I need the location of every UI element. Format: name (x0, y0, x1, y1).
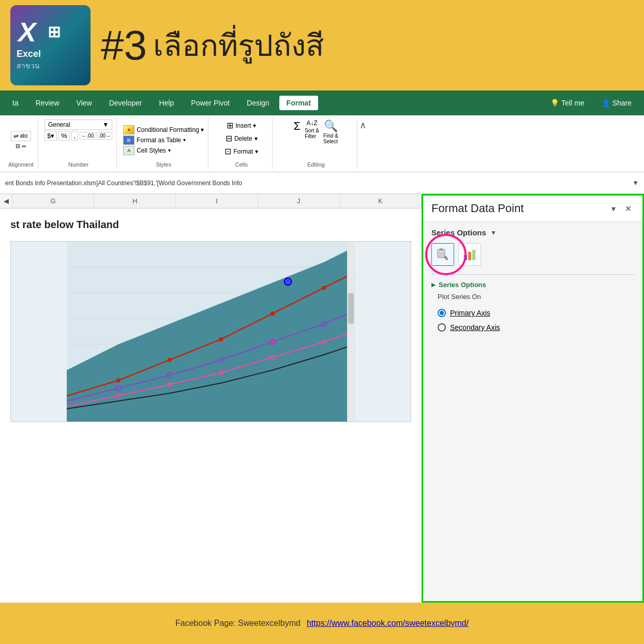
spreadsheet-content: st rate below Thailand (0, 208, 422, 603)
sum-btn[interactable]: Σ (294, 119, 301, 133)
increase-decimal-btn[interactable]: .00→ (97, 132, 112, 140)
format-panel-title: Format Data Point (431, 202, 524, 215)
chart-title: st rate below Thailand (10, 219, 411, 231)
primary-axis-option[interactable]: Primary Axis (431, 306, 634, 320)
chart-container[interactable]: st rate below Thailand (0, 208, 422, 603)
series-options-header-label: Series Options (431, 228, 486, 237)
top-banner: X ⊞ Excel สาขวน #3 เลือกที่รูปถังสี (0, 0, 644, 91)
magnify-icon: 🔍 (324, 119, 338, 133)
sort-filter-btn[interactable]: A↓Z Sort &Filter (305, 119, 319, 139)
format-panel: Format Data Point ▾ ✕ Series Options ▼ (422, 194, 644, 603)
alignment-label: Alignment (8, 161, 34, 168)
secondary-axis-option[interactable]: Secondary Axis (431, 320, 634, 335)
svg-point-17 (322, 286, 326, 290)
ribbon-tab-format[interactable]: Format (279, 96, 318, 110)
ribbon-tab-design[interactable]: Design (239, 96, 277, 110)
ribbon-tab-help[interactable]: Help (152, 96, 182, 110)
panel-close-btn[interactable]: ✕ (622, 203, 634, 215)
col-header-i: I (176, 194, 258, 208)
svg-text:⊞: ⊞ (48, 23, 61, 40)
svg-rect-36 (468, 252, 471, 260)
footer: Facebook Page: Sweetexcelbymd https://ww… (0, 603, 644, 644)
svg-rect-29 (347, 242, 355, 422)
primary-axis-radio-dot (440, 311, 444, 315)
find-select-btn[interactable]: 🔍 Find &Select (323, 119, 338, 144)
panel-dropdown-btn[interactable]: ▾ (609, 203, 618, 215)
number-format-row: $▾ % , ←.00 .00→ (44, 131, 112, 141)
lightbulb-icon: 💡 (550, 99, 559, 107)
merge-icon: ⊟ (16, 143, 20, 149)
svg-text:Excel: Excel (17, 49, 41, 59)
wrap-icon: ⇌ (13, 132, 19, 140)
excel-logo: X ⊞ Excel สาขวน (10, 5, 91, 85)
primary-axis-radio[interactable] (438, 309, 446, 317)
ribbon-tab-developer[interactable]: Developer (102, 96, 149, 110)
conditional-format-icon: ≡ (123, 125, 134, 134)
scroll-left-btn[interactable]: ◀ (0, 194, 12, 208)
format-btn[interactable]: ⊡ Format ▾ (222, 145, 260, 157)
conditional-format-label: Conditional Formatting ▾ (137, 126, 204, 133)
cells-group-label: Cells (235, 161, 247, 168)
cell-styles-btn[interactable]: A Cell Styles ▾ (123, 146, 204, 155)
ribbon-tab-tellme[interactable]: 💡 Tell me (543, 96, 591, 110)
main-area: ◀ G H I J K st rate below Thailand (0, 194, 644, 603)
number-group-label: Number (68, 161, 88, 168)
sigma-icon: Σ (294, 119, 301, 133)
ribbon-tabs: ta Review View Developer Help Power Pivo… (0, 91, 644, 115)
step-number: #3 (101, 22, 147, 69)
ribbon-tab-share[interactable]: 👤 Share (594, 96, 639, 110)
chart-visual[interactable] (10, 241, 411, 422)
spreadsheet-area: ◀ G H I J K st rate below Thailand (0, 194, 422, 603)
svg-marker-32 (438, 253, 445, 258)
dollar-btn[interactable]: $▾ (44, 131, 57, 141)
icon-tabs (431, 243, 634, 266)
editing-group: Σ A↓Z Sort &Filter 🔍 Find &Select Editin… (275, 117, 357, 170)
ribbon-tab-review[interactable]: Review (28, 96, 67, 110)
decrease-decimal-btn[interactable]: ←.00 (80, 132, 95, 140)
cell-styles-icon: A (123, 146, 134, 155)
svg-point-28 (284, 278, 292, 286)
styles-items: ≡ Conditional Formatting ▾ ⊞ Format as T… (123, 125, 204, 155)
ribbon-collapse-btn[interactable]: ∧ (360, 117, 366, 170)
delete-icon: ⊟ (226, 133, 232, 143)
secondary-axis-radio[interactable] (438, 323, 446, 332)
svg-rect-35 (464, 255, 467, 260)
ribbon-tab-view[interactable]: View (69, 96, 99, 110)
col-header-g: G (12, 194, 94, 208)
svg-point-15 (219, 337, 223, 341)
formula-bar-dropdown[interactable]: ▼ (632, 179, 639, 187)
az-icon: A↓Z (306, 119, 317, 127)
number-format-value: General (48, 121, 70, 128)
format-panel-body: Series Options ▼ (423, 222, 642, 601)
comma-btn[interactable]: , (71, 131, 79, 141)
col-header-j: J (258, 194, 340, 208)
svg-text:สาขวน: สาขวน (17, 62, 40, 70)
styles-group-label: Styles (156, 161, 171, 168)
delete-btn[interactable]: ⊟ Delete ▾ (223, 132, 260, 144)
series-options-dropdown[interactable]: Series Options ▼ (431, 228, 634, 237)
ribbon-tab-powerpivot[interactable]: Power Pivot (184, 96, 237, 110)
secondary-axis-label: Secondary Axis (450, 323, 500, 332)
series-section-title: ▶ Series Options (431, 281, 634, 289)
svg-point-21 (270, 339, 275, 345)
wrap-text-btn[interactable]: ⇌ abc (11, 131, 31, 141)
format-as-table-label: Format as Table (137, 137, 181, 144)
primary-axis-label: Primary Axis (450, 309, 490, 317)
series-options-chevron-icon: ▼ (490, 229, 497, 236)
chart-series-tab[interactable] (458, 243, 481, 266)
percent-btn[interactable]: % (58, 131, 70, 141)
ribbon-tab-ta[interactable]: ta (5, 96, 26, 110)
svg-point-13 (116, 378, 121, 382)
footer-link[interactable]: https://www.facebook.com/sweetexcelbymd/ (307, 619, 469, 628)
column-headers: ◀ G H I J K (0, 194, 422, 208)
formula-bar: ent Bonds Info Presentation.xlsm]All Cou… (0, 172, 644, 194)
insert-btn[interactable]: ⊞ Insert ▾ (224, 119, 258, 131)
format-panel-controls: ▾ ✕ (609, 203, 634, 215)
conditional-formatting-btn[interactable]: ≡ Conditional Formatting ▾ (123, 125, 204, 134)
paint-bucket-tab[interactable] (431, 243, 454, 266)
styles-group: ≡ Conditional Formatting ▾ ⊞ Format as T… (119, 117, 208, 170)
format-as-table-btn[interactable]: ⊞ Format as Table ▾ (123, 136, 204, 145)
merge-center-btn[interactable]: ⊟ ⇔ (16, 143, 26, 149)
cell-styles-label: Cell Styles (137, 147, 166, 154)
number-format-dropdown[interactable]: General ▼ (44, 119, 112, 130)
